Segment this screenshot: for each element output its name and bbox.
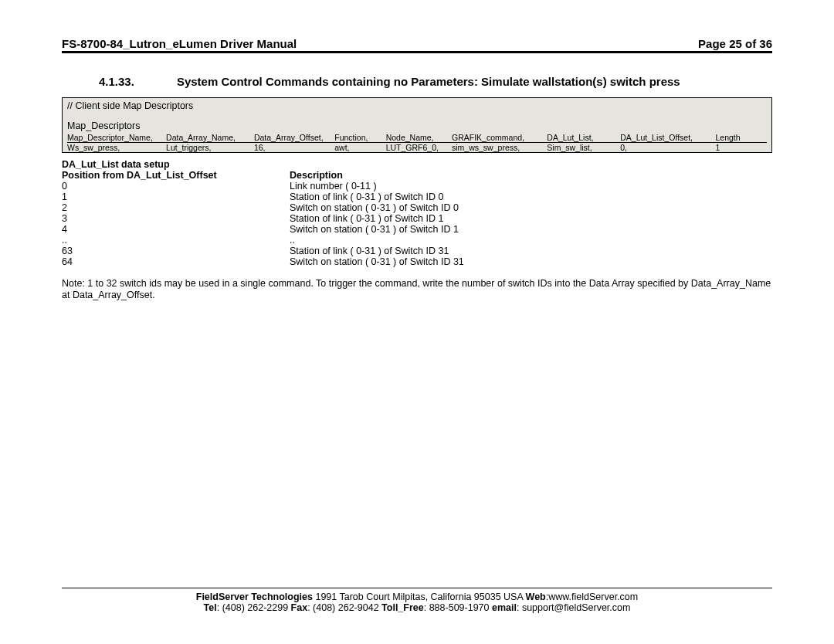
footer-fax-label: Fax xyxy=(291,602,308,613)
page-footer: FieldServer Technologies 1991 Tarob Cour… xyxy=(62,588,772,613)
list-item: 2Switch on station ( 0-31 ) of Switch ID… xyxy=(62,202,772,213)
list-item: 0Link number ( 0-11 ) xyxy=(62,181,772,192)
footer-company: FieldServer Technologies xyxy=(196,591,313,602)
footer-web-label: Web xyxy=(526,591,546,602)
footer-divider xyxy=(62,588,772,588)
list-item: 4Switch on station ( 0-31 ) of Switch ID… xyxy=(62,224,772,235)
page-number: Page 25 of 36 xyxy=(698,37,772,50)
list-item: 1Station of link ( 0-31 ) of Switch ID 0 xyxy=(62,192,772,202)
list-item: .... xyxy=(62,235,772,246)
map-descriptors-title: Map_Descriptors xyxy=(67,120,767,131)
doc-title: FS-8700-84_Lutron_eLumen Driver Manual xyxy=(62,37,297,50)
list-item: 63Station of link ( 0-31 ) of Switch ID … xyxy=(62,246,772,256)
footer-email-label: email xyxy=(492,602,517,613)
footer-web: :www.fieldServer.com xyxy=(546,591,638,602)
data-setup-section: DA_Lut_List data setup Position from DA_… xyxy=(62,159,772,267)
footer-tel-label: Tel xyxy=(204,602,217,613)
section-heading: 4.1.33.System Control Commands containin… xyxy=(62,75,772,88)
table-row: Ws_sw_press, Lut_triggers, 16, awt, LUT_… xyxy=(67,143,767,153)
footer-toll: : 888-509-1970 xyxy=(424,602,492,613)
section-number: 4.1.33. xyxy=(99,75,134,88)
footer-address: 1991 Tarob Court Milpitas, California 95… xyxy=(313,591,526,602)
table-row: Map_Descriptor_Name, Data_Array_Name, Da… xyxy=(67,133,767,143)
list-item: 3Station of link ( 0-31 ) of Switch ID 1 xyxy=(62,213,772,224)
header-divider xyxy=(62,51,772,53)
list-item: 64Switch on station ( 0-31 ) of Switch I… xyxy=(62,256,772,267)
map-descriptors-box: // Client side Map Descriptors Map_Descr… xyxy=(62,97,772,153)
footer-tel: : (408) 262-2299 xyxy=(217,602,291,613)
footer-email: : support@fieldServer.com xyxy=(517,602,630,613)
section-title: System Control Commands containing no Pa… xyxy=(177,75,680,88)
map-descriptors-table: Map_Descriptor_Name, Data_Array_Name, Da… xyxy=(67,133,767,152)
footer-toll-label: Toll_Free xyxy=(381,602,424,613)
col-header-description: Description xyxy=(290,170,772,181)
data-setup-heading: DA_Lut_List data setup xyxy=(62,159,772,170)
col-header-position: Position from DA_Lut_List_Offset xyxy=(62,170,290,181)
map-comment: // Client side Map Descriptors xyxy=(67,100,767,111)
note-text: Note: 1 to 32 switch ids may be used in … xyxy=(62,278,772,301)
footer-fax: : (408) 262-9042 xyxy=(307,602,381,613)
